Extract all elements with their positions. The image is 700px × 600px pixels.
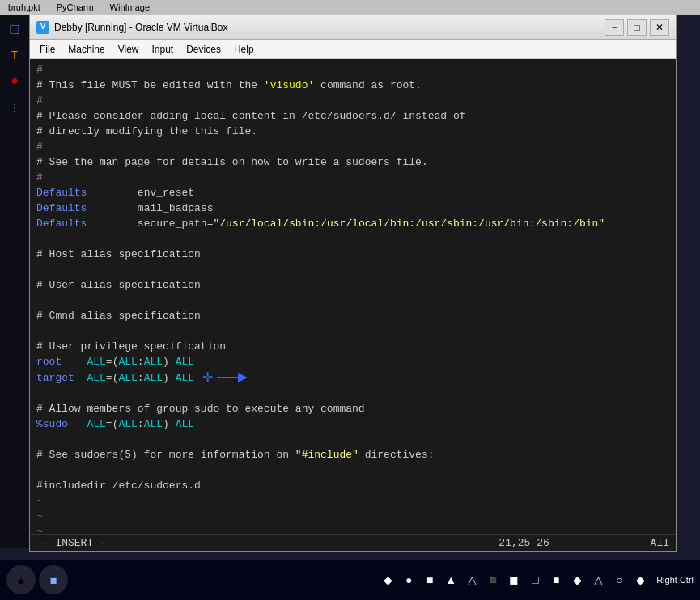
terminal-line: # [36,170,669,185]
tray-icon-12[interactable]: ○ [611,572,627,588]
menu-input[interactable]: Input [146,40,180,58]
terminal-line: # See sudoers(5) for more information on… [36,447,669,463]
terminal-tilde: ~ [36,493,669,509]
terminal-tilde: ~ [36,509,669,524]
terminal-line: # directly modifying the this file. [36,124,669,139]
maximize-button[interactable]: □ [627,19,647,36]
tray-icon-5[interactable]: △ [464,572,480,588]
right-ctrl-label[interactable]: Right Ctrl [656,575,694,585]
menu-view[interactable]: View [112,40,146,58]
terminal-line: #includedir /etc/sudoers.d [36,478,669,493]
vm-window: V Debby [Running] - Oracle VM VirtualBox… [29,15,677,552]
terminal-tilde: ~ [36,524,669,534]
status-bar: -- INSERT -- 21,25-26 All [30,534,676,551]
taskbar-bruh[interactable]: bruh.pkt [3,0,45,15]
window-title: Debby [Running] - Oracle VM VirtualBox [54,22,605,33]
close-button[interactable]: ✕ [650,19,669,36]
sidebar-icon-1[interactable]: □ [2,18,27,42]
terminal-line: # Please consider adding local content i… [36,108,669,124]
menu-file[interactable]: File [33,40,62,58]
minimize-button[interactable]: − [605,19,624,36]
terminal-line: # Cmnd alias specification [36,308,669,323]
left-sidebar: □ T ● ⋮ [0,15,29,548]
taskbar-app-icon-2[interactable]: ◼ [39,565,68,594]
terminal-line [36,293,669,308]
terminal-line [36,432,669,447]
terminal-line: Defaults env_reset [36,185,669,201]
taskbar-app-icon-1[interactable]: ★ [6,565,36,594]
terminal-line-root: root ALL=(ALL:ALL) ALL [36,354,669,370]
terminal-line [36,323,669,339]
terminal-line: # User privilege specification [36,339,669,354]
sidebar-icon-3[interactable]: ● [2,70,27,94]
terminal-line [36,463,669,478]
sidebar-icon-4[interactable]: ⋮ [2,95,27,120]
tray-icon-4[interactable]: ▲ [443,572,459,588]
terminal-line: Defaults secure_path="/usr/local/sbin:/u… [36,216,669,231]
vim-mode: -- INSERT -- [36,537,112,549]
terminal-line-sudo: %sudo ALL=(ALL:ALL) ALL [36,416,669,432]
terminal-line: # This file MUST be edited with the 'vis… [36,78,669,93]
status-right: 21,25-26 All [498,537,669,549]
menu-devices[interactable]: Devices [180,40,227,58]
tray-icon-9[interactable]: ■ [548,572,564,588]
terminal-line: # [36,139,669,154]
tray-icon-8[interactable]: □ [527,572,543,588]
terminal-line: # [36,62,669,78]
tray-network-icon[interactable]: ◆ [380,572,396,588]
bottom-taskbar: ★ ◼ ◆ ● ■ ▲ △ ◾ ◼ □ ■ ◆ △ ○ ◆ Right Ctrl [0,560,700,600]
taskbar-winimage[interactable]: WinImage [105,0,155,15]
terminal-line: # Allow members of group sudo to execute… [36,401,669,416]
terminal-line: # See the man page for details on how to… [36,154,669,170]
terminal-line: # [36,93,669,108]
title-bar-controls: − □ ✕ [605,19,669,36]
title-bar: V Debby [Running] - Oracle VM VirtualBox… [30,15,676,40]
terminal-line-target: target ALL=(ALL:ALL) ALL ✛ [36,370,669,386]
tray-icon-11[interactable]: △ [590,572,606,588]
terminal-line: # User alias specification [36,277,669,293]
tray-icon-6[interactable]: ◾ [485,572,501,588]
tray-icon-10[interactable]: ◆ [569,572,585,588]
svg-text:✛: ✛ [202,370,213,384]
tray-icon-7[interactable]: ◼ [506,572,522,588]
terminal-line: Defaults mail_badpass [36,201,669,216]
terminal-line [36,262,669,277]
window-icon: V [36,21,49,34]
tray-icon-3[interactable]: ■ [422,572,438,588]
menu-machine[interactable]: Machine [62,40,111,58]
sidebar-icon-2[interactable]: T [2,44,27,68]
terminal-line: # Host alias specification [36,247,669,262]
taskbar-pycharm[interactable]: PyCharm [52,0,99,15]
arrow-annotation: ✛ [202,370,251,386]
terminal-line [36,231,669,247]
top-taskbar: bruh.pkt PyCharm WinImage [0,0,700,15]
tray-icon-13[interactable]: ◆ [632,572,648,588]
menu-bar: File Machine View Input Devices Help [30,40,676,59]
terminal-line [36,386,669,401]
terminal-content[interactable]: # # This file MUST be edited with the 'v… [30,59,676,534]
system-tray: ◆ ● ■ ▲ △ ◾ ◼ □ ■ ◆ △ ○ ◆ Right Ctrl [380,572,694,588]
menu-help[interactable]: Help [227,40,261,58]
tray-icon-2[interactable]: ● [401,572,417,588]
